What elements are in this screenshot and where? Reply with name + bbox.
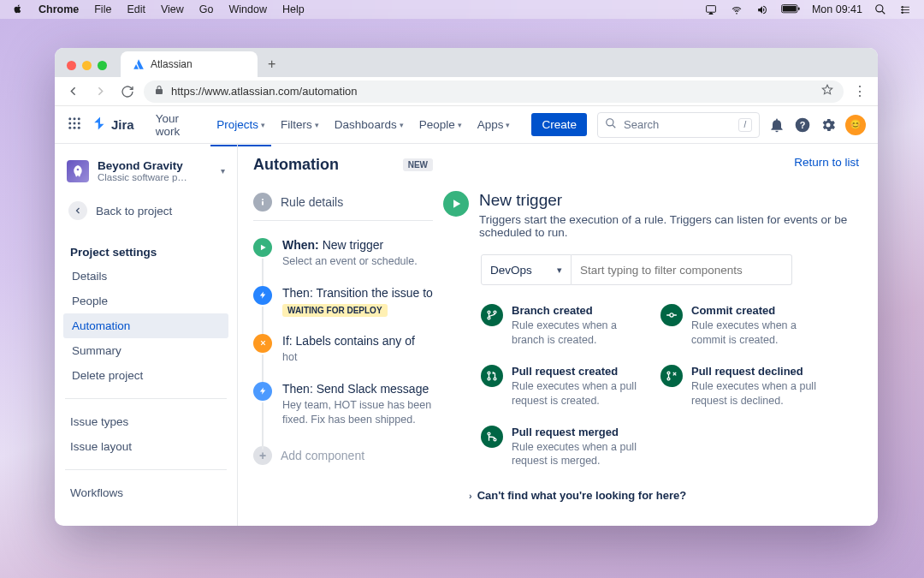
status-lozenge: WAITING FOR DEPLOY [282, 304, 388, 317]
chevron-down-icon: ▾ [458, 121, 462, 129]
trigger-card-pr-created[interactable]: Pull request createdRule executes when a… [481, 365, 652, 408]
svg-text:?: ? [800, 120, 806, 130]
bookmark-star-icon[interactable] [821, 84, 833, 98]
browser-tab[interactable]: Atlassian [121, 51, 258, 77]
atlassian-favicon-icon [133, 58, 145, 70]
trigger-panel-title: New trigger [479, 191, 859, 210]
chevron-down-icon: ▾ [261, 121, 265, 129]
sidebar-item-summary[interactable]: Summary [63, 338, 228, 363]
trigger-panel-desc: Triggers start the execution of a rule. … [479, 213, 859, 239]
create-button[interactable]: Create [531, 113, 587, 136]
search-input[interactable]: Search / [597, 112, 760, 138]
mac-menu-edit[interactable]: Edit [127, 3, 145, 15]
browser-menu-button[interactable]: ⋮ [849, 83, 871, 99]
svg-point-16 [78, 126, 80, 128]
sidebar-item-workflows[interactable]: Workflows [62, 480, 230, 505]
action-icon [253, 382, 272, 401]
svg-point-15 [74, 126, 76, 128]
nav-projects[interactable]: Projects▾ [210, 106, 271, 146]
trigger-card-pr-merged[interactable]: Pull request mergedRule executes when a … [481, 426, 652, 469]
trigger-panel: Return to list New trigger Triggers star… [443, 144, 878, 526]
tab-title: Atlassian [151, 58, 192, 70]
volume-icon[interactable] [755, 4, 769, 15]
nav-your-work[interactable]: Your work [150, 106, 208, 146]
jira-logo[interactable]: Jira [92, 116, 134, 134]
nav-apps[interactable]: Apps▾ [471, 106, 517, 146]
window-minimize-button[interactable] [82, 61, 92, 70]
app-switcher-icon[interactable] [67, 116, 82, 134]
sidebar-item-delete[interactable]: Delete project [63, 363, 228, 388]
settings-icon[interactable] [820, 116, 837, 134]
mac-menu-go[interactable]: Go [199, 3, 214, 15]
jira-logo-icon [92, 116, 108, 134]
svg-rect-3 [798, 7, 800, 9]
project-type: Classic software p… [98, 172, 187, 182]
window-zoom-button[interactable] [98, 61, 107, 70]
trigger-card-commit-created[interactable]: Commit createdRule executes when a commi… [660, 304, 832, 348]
svg-point-30 [667, 378, 670, 380]
control-center-icon[interactable] [898, 4, 912, 15]
mac-menu-bar: Chrome File Edit View Go Window Help Mon… [0, 0, 924, 19]
nav-dashboards[interactable]: Dashboards▾ [329, 106, 410, 146]
mac-menu-file[interactable]: File [94, 3, 111, 15]
rule-step-then-slack[interactable]: Then: Send Slack message Hey team, HOT i… [253, 382, 433, 427]
project-switcher[interactable]: Beyond Gravity Classic software p… ▾ [62, 156, 230, 186]
svg-rect-2 [783, 6, 797, 12]
cant-find-expander[interactable]: › Can't find what you're looking for her… [469, 489, 859, 502]
svg-point-31 [488, 432, 490, 435]
jira-nav: Your work Projects▾ Filters▾ Dashboards▾… [150, 106, 517, 146]
back-button[interactable] [62, 80, 84, 103]
search-placeholder: Search [624, 118, 659, 131]
search-icon [605, 117, 617, 132]
user-avatar[interactable]: 😊 [845, 115, 866, 135]
jira-app: Jira Your work Projects▾ Filters▾ Dashbo… [55, 106, 878, 526]
sidebar-item-issue-layout[interactable]: Issue layout [62, 434, 230, 459]
svg-point-26 [488, 372, 490, 374]
pull-request-declined-icon [660, 365, 683, 387]
apple-icon[interactable] [12, 4, 23, 15]
mac-menu-window[interactable]: Window [229, 3, 267, 15]
wifi-icon[interactable] [730, 4, 743, 15]
back-to-project-link[interactable]: Back to project [62, 193, 230, 229]
rule-step-then-transition[interactable]: Then: Transition the issue to WAITING FO… [253, 286, 433, 317]
sidebar-heading-settings: Project settings [63, 241, 228, 264]
rule-step-when[interactable]: When: New trigger Select an event or sch… [253, 238, 433, 269]
rule-builder-column: Automation NEW Rule details When: New tr… [238, 144, 443, 526]
branch-icon [481, 304, 503, 326]
battery-icon[interactable] [781, 4, 800, 15]
return-to-list-link[interactable]: Return to list [443, 156, 859, 169]
filter-components-input[interactable] [572, 254, 792, 285]
trigger-card-branch-created[interactable]: Branch createdRule executes when a branc… [481, 304, 652, 348]
sidebar-item-issue-types[interactable]: Issue types [62, 409, 230, 434]
mac-menu-view[interactable]: View [161, 3, 184, 15]
nav-people[interactable]: People▾ [413, 106, 468, 146]
nav-filters[interactable]: Filters▾ [275, 106, 325, 146]
svg-point-7 [902, 11, 903, 13]
category-select[interactable]: DevOps ▾ [481, 254, 572, 285]
mac-menu-help[interactable]: Help [282, 3, 305, 15]
rule-details-row[interactable]: Rule details [253, 193, 433, 221]
mac-app-name[interactable]: Chrome [38, 3, 79, 15]
add-component-button[interactable]: + Add component [253, 446, 433, 465]
screen-mirror-icon[interactable] [704, 4, 718, 15]
project-sidebar: Beyond Gravity Classic software p… ▾ Bac… [55, 144, 238, 526]
svg-rect-20 [262, 201, 264, 206]
trigger-card-pr-declined[interactable]: Pull request declinedRule executes when … [660, 365, 832, 408]
window-close-button[interactable] [67, 61, 76, 70]
help-icon[interactable]: ? [794, 116, 811, 134]
svg-point-27 [488, 378, 490, 380]
play-icon [443, 191, 469, 217]
sidebar-item-people[interactable]: People [63, 289, 228, 313]
divider [65, 398, 227, 399]
jira-header: Jira Your work Projects▾ Filters▾ Dashbo… [55, 106, 878, 144]
reload-button[interactable] [116, 80, 139, 103]
new-tab-button[interactable]: + [258, 57, 286, 77]
rule-step-if[interactable]: If: Labels contains any of hot [253, 334, 433, 365]
sidebar-item-details[interactable]: Details [63, 264, 228, 289]
sidebar-item-automation[interactable]: Automation [63, 313, 228, 338]
commit-icon [660, 304, 683, 326]
spotlight-icon[interactable] [874, 3, 886, 15]
url-input[interactable]: https://www.atlassian.com/automation [144, 80, 844, 103]
mac-clock[interactable]: Mon 09:41 [812, 3, 862, 15]
notifications-icon[interactable] [768, 116, 785, 134]
